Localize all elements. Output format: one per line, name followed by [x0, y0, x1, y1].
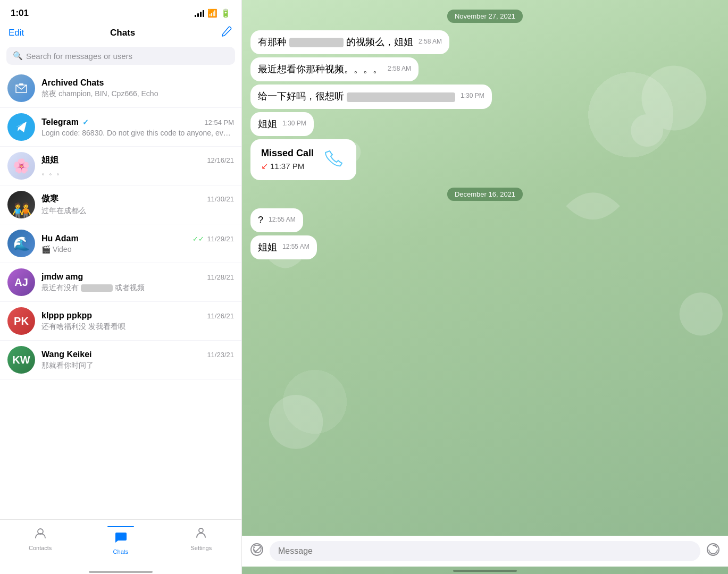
message-time: 12:55 AM	[269, 216, 296, 223]
chat-content: Wang Keikei 11/23/21 那就看你时间了	[41, 350, 234, 370]
chat-preview: 过年在成都么	[41, 206, 234, 216]
chat-name: 姐姐	[41, 155, 58, 166]
chat-content: Telegram ✓ 12:54 PM Login code: 86830. D…	[41, 117, 234, 137]
chat-top: Archived Chats	[41, 78, 234, 88]
settings-label: Settings	[190, 545, 212, 551]
message-time: 12:55 AM	[282, 243, 309, 250]
battery-icon: 🔋	[221, 9, 231, 18]
avatar: KW	[7, 346, 35, 374]
status-bar: 1:01 📶 🔋	[0, 0, 241, 23]
nav-settings[interactable]: Settings	[161, 524, 241, 557]
message-row: ? 12:55 AM	[250, 208, 719, 232]
message-text: ?	[258, 215, 263, 225]
signal-icon	[195, 10, 204, 17]
phone-icon	[324, 147, 346, 173]
blurred-content: ████████████████	[347, 92, 455, 102]
chat-preview: 🎬 Video	[41, 245, 234, 254]
chat-time: ✓✓ 11/29/21	[193, 235, 234, 243]
message-row: Missed Call ↙ 11:37 PM	[250, 139, 719, 180]
page-title: Chats	[110, 28, 135, 38]
message-row: 给一下好吗，很想听 ████████████████ 1:30 PM	[250, 85, 719, 108]
avatar: AJ	[7, 268, 35, 296]
avatar	[7, 113, 35, 141]
date-separator: December 16, 2021	[250, 188, 719, 201]
chat-content: 傲寒 11/30/21 过年在成都么	[41, 193, 234, 216]
message-input[interactable]	[270, 541, 700, 561]
avatar: PK	[7, 307, 35, 335]
message-bubble: 有那种 ████████ 的视频么，姐姐 2:58 AM	[250, 30, 449, 54]
chats-label: Chats	[113, 548, 129, 555]
chat-preview: 那就看你时间了	[41, 361, 234, 370]
list-item[interactable]: KW Wang Keikei 11/23/21 那就看你时间了	[0, 341, 241, 379]
chat-top: Hu Adam ✓✓ 11/29/21	[41, 234, 234, 243]
blurred-content: ████████	[289, 38, 344, 47]
message-time: 2:58 AM	[419, 38, 442, 45]
chat-content: Archived Chats 熬夜 champion, BIN, Cpz666,…	[41, 78, 234, 99]
chat-top: klppp ppkpp 11/26/21	[41, 311, 234, 320]
message-time: 1:30 PM	[282, 120, 306, 127]
message-bubble: 给一下好吗，很想听 ████████████████ 1:30 PM	[250, 85, 492, 108]
bottom-nav: Contacts Chats Settings	[0, 519, 241, 568]
chat-content: 姐姐 12/16/21 。。。	[41, 155, 234, 177]
missed-call-info: Missed Call ↙ 11:37 PM	[261, 148, 314, 171]
contacts-icon	[34, 526, 47, 543]
avatar: 🌊	[7, 230, 35, 257]
status-icons: 📶 🔋	[195, 9, 231, 18]
nav-chats[interactable]: Chats	[80, 524, 161, 557]
missed-call-arrow-icon: ↙	[261, 161, 268, 171]
chat-preview: 熬夜 champion, BIN, Cpz666, Echo	[41, 89, 234, 99]
search-icon: 🔍	[13, 51, 23, 61]
chat-time: 11/28/21	[207, 273, 234, 281]
search-bar[interactable]: 🔍 Search for messages or users	[6, 47, 235, 65]
chat-top: Wang Keikei 11/23/21	[41, 350, 234, 359]
sticker-button[interactable]	[706, 542, 721, 561]
message-text: 给一下好吗，很想听 ████████████████	[258, 91, 455, 102]
right-panel: November 27, 2021 有那种 ████████ 的视频么，姐姐 2…	[242, 0, 728, 574]
chat-top: 傲寒 11/30/21	[41, 193, 234, 205]
message-bubble: 最近想看你那种视频。。。。 2:58 AM	[250, 57, 419, 81]
chat-top: jmdw amg 11/28/21	[41, 272, 234, 282]
chat-name: klppp ppkpp	[41, 311, 92, 320]
chat-name: jmdw amg	[41, 272, 83, 282]
compose-button[interactable]	[221, 26, 233, 40]
message-time: 2:58 AM	[388, 65, 411, 72]
chat-name: 傲寒	[41, 193, 58, 205]
list-item[interactable]: PK klppp ppkpp 11/26/21 还有啥福利没 发我看看呗	[0, 302, 241, 341]
avatar	[7, 74, 35, 102]
list-item[interactable]: 🧑‍🤝‍🧑 傲寒 11/30/21 过年在成都么	[0, 185, 241, 224]
list-item[interactable]: 🌸 姐姐 12/16/21 。。。	[0, 147, 241, 185]
header-bar: Edit Chats	[0, 23, 241, 45]
nav-contacts[interactable]: Contacts	[0, 524, 80, 557]
message-row: 有那种 ████████ 的视频么，姐姐 2:58 AM	[250, 30, 719, 54]
message-text: 姐姐	[258, 242, 277, 252]
chat-preview: 最近有没有 ████ 或者视频	[41, 283, 234, 293]
avatar: 🧑‍🤝‍🧑	[7, 191, 35, 218]
chat-time: 12/16/21	[207, 156, 234, 164]
chat-top: 姐姐 12/16/21	[41, 155, 234, 166]
svg-point-2	[199, 528, 203, 533]
message-row: 姐姐 12:55 AM	[250, 235, 719, 259]
missed-call-title: Missed Call	[261, 148, 314, 159]
chat-top: Telegram ✓ 12:54 PM	[41, 117, 234, 127]
chat-name: Archived Chats	[41, 78, 104, 88]
message-text: 最近想看你那种视频。。。。	[258, 64, 382, 74]
edit-button[interactable]: Edit	[9, 28, 24, 38]
list-item[interactable]: AJ jmdw amg 11/28/21 最近有没有 ████ 或者视频	[0, 263, 241, 302]
active-bar	[107, 526, 134, 527]
messages-area: November 27, 2021 有那种 ████████ 的视频么，姐姐 2…	[242, 0, 728, 536]
list-item[interactable]: Telegram ✓ 12:54 PM Login code: 86830. D…	[0, 108, 241, 147]
status-time: 1:01	[11, 8, 29, 19]
video-icon: 🎬	[41, 245, 51, 254]
verified-badge: ✓	[82, 118, 89, 126]
missed-call-time: ↙ 11:37 PM	[261, 161, 314, 171]
list-item[interactable]: 🌊 Hu Adam ✓✓ 11/29/21 🎬 Video	[0, 224, 241, 263]
list-item[interactable]: Archived Chats 熬夜 champion, BIN, Cpz666,…	[0, 69, 241, 108]
missed-call-bubble: Missed Call ↙ 11:37 PM	[250, 139, 356, 180]
home-indicator	[453, 570, 517, 572]
date-pill: December 16, 2021	[447, 188, 523, 201]
home-indicator	[89, 571, 153, 573]
attach-button[interactable]	[249, 542, 264, 561]
message-row: 姐姐 1:30 PM	[250, 112, 719, 136]
chat-content: Hu Adam ✓✓ 11/29/21 🎬 Video	[41, 234, 234, 254]
blurred-content: ████	[81, 284, 113, 292]
